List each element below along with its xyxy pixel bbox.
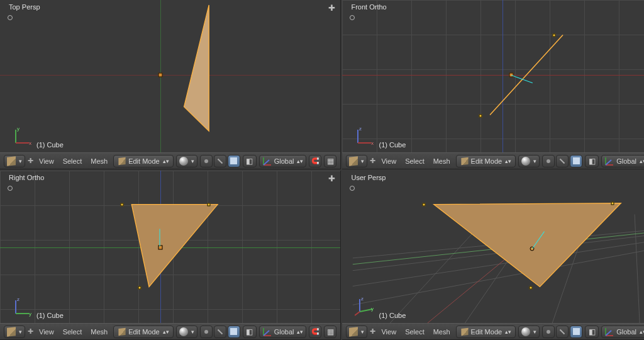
grid-floor bbox=[342, 171, 644, 323]
menu-select[interactable]: Select bbox=[402, 328, 428, 336]
menu-select[interactable]: Select bbox=[60, 157, 86, 165]
vertex-select-mode[interactable] bbox=[200, 155, 213, 167]
expand-menus-icon[interactable]: ✚ bbox=[370, 327, 375, 336]
shading-menu[interactable]: ▾ bbox=[518, 155, 540, 167]
active-object-label: (1) Cube bbox=[36, 141, 64, 149]
menu-select[interactable]: Select bbox=[60, 328, 86, 336]
svg-line-24 bbox=[353, 228, 644, 258]
svg-line-29 bbox=[465, 214, 540, 323]
axis-gizmo: z y bbox=[355, 295, 376, 317]
viewport-header: ▾ ✚ View Select Mesh Edit Mode ▴▾ ▾ ◧ Gl… bbox=[0, 152, 340, 169]
cube-icon bbox=[7, 327, 16, 336]
orientation-label: Global bbox=[274, 328, 294, 336]
svg-line-23 bbox=[264, 331, 269, 336]
menu-mesh[interactable]: Mesh bbox=[87, 157, 111, 165]
face-select-mode[interactable] bbox=[228, 326, 240, 338]
snap-element-menu[interactable]: ▦ bbox=[324, 155, 336, 167]
select-mode-group bbox=[542, 155, 582, 167]
limit-selection-toggle[interactable]: ◧ bbox=[585, 326, 599, 338]
mesh-face bbox=[0, 0, 340, 152]
menu-view[interactable]: View bbox=[378, 157, 399, 165]
edge-select-mode[interactable] bbox=[214, 155, 226, 167]
menu-mesh[interactable]: Mesh bbox=[430, 328, 453, 336]
svg-text:y: y bbox=[29, 311, 31, 317]
menu-view[interactable]: View bbox=[36, 157, 57, 165]
svg-line-27 bbox=[353, 246, 644, 305]
axes-icon bbox=[262, 156, 272, 166]
face-select-mode[interactable] bbox=[570, 155, 582, 167]
axes-icon bbox=[262, 327, 272, 337]
snap-element-menu[interactable]: ▦ bbox=[324, 326, 336, 338]
editor-type-menu[interactable]: ▾ bbox=[346, 155, 367, 167]
face-select-mode[interactable] bbox=[228, 155, 240, 167]
viewport-right[interactable]: Right Ortho ✚ (1) Cube z y bbox=[0, 171, 340, 323]
menu-select[interactable]: Select bbox=[402, 157, 428, 165]
svg-text:y: y bbox=[371, 306, 374, 312]
edge-select-mode[interactable] bbox=[556, 155, 569, 167]
sphere-icon bbox=[179, 327, 188, 336]
snap-toggle[interactable] bbox=[309, 326, 321, 338]
panel-top-persp: Top Persp ✚ (1) Cube y x ▾ ✚ View Select… bbox=[0, 0, 341, 169]
editor-type-menu[interactable]: ▾ bbox=[346, 326, 367, 338]
view-title: Front Ortho bbox=[351, 3, 386, 11]
svg-line-36 bbox=[360, 309, 372, 312]
editmode-icon bbox=[119, 327, 126, 335]
mode-label: Edit Mode bbox=[471, 157, 502, 165]
expand-menus-icon[interactable]: ✚ bbox=[28, 157, 33, 165]
view-title: User Persp bbox=[351, 174, 386, 181]
svg-text:z: z bbox=[359, 126, 362, 132]
viewport-front[interactable]: Front Ortho ✚ (1) Cube z x bbox=[342, 0, 644, 152]
edge-select-mode[interactable] bbox=[556, 326, 569, 338]
orientation-label: Global bbox=[274, 157, 294, 165]
expand-toolbar-icon[interactable]: ✚ bbox=[328, 174, 335, 183]
expand-menus-icon[interactable]: ✚ bbox=[370, 157, 375, 165]
editor-type-menu[interactable]: ▾ bbox=[4, 155, 25, 167]
transform-orientation[interactable]: Global ▴▾ bbox=[601, 326, 644, 338]
vertex bbox=[530, 286, 533, 290]
menu-mesh[interactable]: Mesh bbox=[87, 328, 111, 336]
shading-menu[interactable]: ▾ bbox=[176, 326, 197, 338]
mode-selector[interactable]: Edit Mode ▴▾ bbox=[113, 326, 174, 338]
transform-orientation[interactable]: Global ▴▾ bbox=[259, 155, 307, 167]
limit-selection-toggle[interactable]: ◧ bbox=[243, 155, 257, 167]
viewport-header: ▾ ✚ View Select Mesh Edit Mode ▴▾ ▾ ◧ Gl… bbox=[342, 152, 644, 169]
vertex-select-mode[interactable] bbox=[542, 326, 555, 338]
active-object-label: (1) Cube bbox=[379, 312, 406, 319]
expand-toolbar-icon[interactable]: ✚ bbox=[328, 3, 335, 13]
menu-mesh[interactable]: Mesh bbox=[430, 157, 453, 165]
view-title: Right Ortho bbox=[9, 174, 44, 181]
mode-selector[interactable]: Edit Mode ▴▾ bbox=[456, 326, 516, 338]
transform-orientation[interactable]: Global ▴▾ bbox=[601, 155, 644, 167]
vertex-select-mode[interactable] bbox=[200, 326, 213, 338]
vertex-select-mode[interactable] bbox=[542, 155, 555, 167]
viewport-indicator-icon bbox=[8, 15, 13, 20]
limit-selection-toggle[interactable]: ◧ bbox=[243, 326, 257, 338]
panel-user-persp: User Persp ✚ (1) Cube z y ▾ ✚ View Selec… bbox=[342, 171, 644, 340]
svg-text:y: y bbox=[17, 126, 19, 132]
svg-line-15 bbox=[606, 160, 611, 165]
vertex bbox=[479, 115, 482, 118]
svg-line-26 bbox=[353, 238, 644, 286]
shading-menu[interactable]: ▾ bbox=[518, 326, 540, 338]
viewport-user[interactable]: User Persp ✚ (1) Cube z y bbox=[342, 171, 644, 323]
mode-selector[interactable]: Edit Mode ▴▾ bbox=[113, 155, 174, 167]
face-select-mode[interactable] bbox=[570, 326, 582, 338]
mode-selector[interactable]: Edit Mode ▴▾ bbox=[456, 155, 516, 167]
axis-gizmo: y x bbox=[13, 125, 34, 146]
svg-line-28 bbox=[391, 214, 491, 323]
axis-x-line bbox=[342, 75, 644, 76]
edge-select-mode[interactable] bbox=[214, 326, 226, 338]
menu-view[interactable]: View bbox=[36, 328, 57, 336]
expand-menus-icon[interactable]: ✚ bbox=[28, 327, 33, 336]
menu-view[interactable]: View bbox=[378, 328, 399, 336]
viewport-top[interactable]: Top Persp ✚ (1) Cube y x bbox=[0, 0, 340, 152]
transform-orientation[interactable]: Global ▴▾ bbox=[259, 326, 307, 338]
svg-text:z: z bbox=[17, 297, 19, 302]
mesh-face bbox=[342, 171, 644, 323]
svg-line-30 bbox=[553, 214, 591, 323]
axes-icon bbox=[604, 327, 614, 337]
limit-selection-toggle[interactable]: ◧ bbox=[585, 155, 599, 167]
snap-toggle[interactable] bbox=[309, 155, 321, 167]
editor-type-menu[interactable]: ▾ bbox=[4, 326, 25, 338]
shading-menu[interactable]: ▾ bbox=[176, 155, 197, 167]
